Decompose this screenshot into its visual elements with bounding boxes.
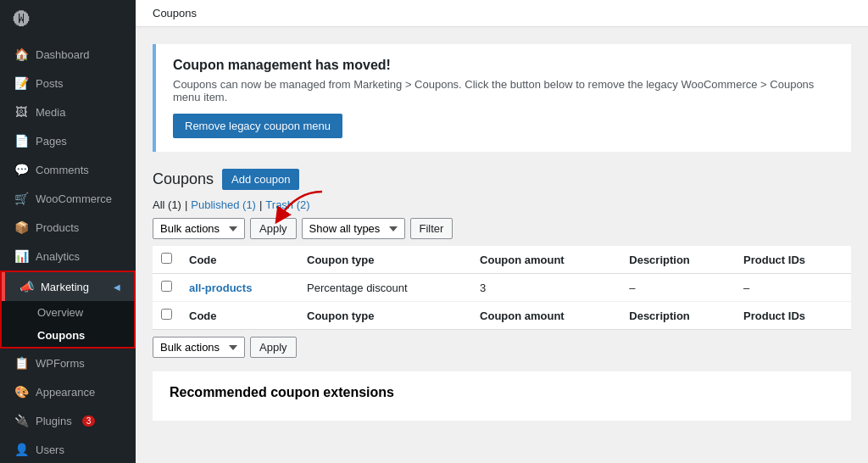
footer-coupon-type: Coupon type [298,302,471,330]
sidebar-item-label: Media [36,106,65,119]
sidebar-item-label: Appearance [36,386,95,399]
sidebar-item-label: Dashboard [36,48,90,61]
plugins-icon: 🔌 [14,413,29,428]
page-title: Coupons [153,7,197,20]
bulk-actions-select-top[interactable]: Bulk actions [153,218,245,239]
appearance-icon: 🎨 [14,384,29,399]
sidebar-item-label: WooCommerce [36,192,112,205]
footer-code: Code [181,302,298,330]
table-row: all-products Percentage discount 3 – – [153,274,851,302]
sidebar-item-label: Posts [36,77,64,90]
sidebar-item-analytics[interactable]: 📊 Analytics [0,242,136,271]
coupons-table: Code Coupon type Coupon amount Descripti… [153,246,851,330]
marketing-icon: 📣 [19,279,34,294]
select-all-footer-checkbox[interactable] [161,309,172,320]
wp-logo: 🅦 [0,0,136,40]
sidebar-sub-item-overview[interactable]: Overview [2,301,134,324]
products-icon: 📦 [14,220,29,235]
sidebar-item-label: Products [36,221,79,234]
sidebar-item-woocommerce[interactable]: 🛒 WooCommerce [0,184,136,213]
sidebar-item-appearance[interactable]: 🎨 Appearance [0,377,136,406]
chevron-icon: ◀ [114,282,120,292]
main-content: Coupons Coupon management has moved! Cou… [136,0,868,463]
row-product-ids: – [735,274,851,302]
header-checkbox-col [153,246,181,274]
sidebar-item-pages[interactable]: 📄 Pages [0,126,136,155]
sidebar-item-label: Pages [36,135,67,148]
footer-coupon-amount: Coupon amount [471,302,620,330]
sidebar: 🅦 🏠 Dashboard 📝 Posts 🖼 Media 📄 Pages 💬 … [0,0,136,463]
posts-icon: 📝 [14,75,29,91]
top-toolbar: Bulk actions Apply Show all types Filter [153,218,851,239]
sidebar-item-label: Analytics [36,250,80,263]
filter-tab-published[interactable]: Published (1) [191,198,256,211]
sidebar-item-dashboard[interactable]: 🏠 Dashboard [0,40,136,69]
wpforms-icon: 📋 [14,355,29,371]
topbar: Coupons [136,0,868,27]
analytics-icon: 📊 [14,248,29,264]
table-footer-row: Code Coupon type Coupon amount Descripti… [153,302,851,330]
pages-icon: 📄 [14,133,29,148]
row-checkbox[interactable] [161,281,172,292]
coupons-title: Coupons [153,170,214,188]
row-amount: 3 [471,274,620,302]
notice-heading: Coupon management has moved! [173,58,834,73]
wp-icon: 🅦 [14,10,31,30]
remove-legacy-menu-button[interactable]: Remove legacy coupon menu [173,114,342,138]
sidebar-item-plugins[interactable]: 🔌 Plugins 3 [0,406,136,435]
sidebar-sub-item-coupons[interactable]: Coupons [2,324,134,347]
sidebar-item-label: Plugins [36,415,72,427]
header-code: Code [181,246,298,274]
woo-icon: 🛒 [14,191,29,206]
footer-description: Description [620,302,735,330]
dashboard-icon: 🏠 [14,47,29,62]
row-code: all-products [181,274,298,302]
sidebar-item-products[interactable]: 📦 Products [0,213,136,242]
sidebar-item-marketing[interactable]: 📣 Marketing ◀ [2,272,134,301]
sidebar-item-label: Marketing [41,281,89,293]
content-area: Coupon management has moved! Coupons can… [136,27,868,463]
coupons-section-header: Coupons Add coupon [153,169,299,190]
filter-tab-trash[interactable]: Trash (2) [265,198,309,211]
notice-box: Coupon management has moved! Coupons can… [153,44,851,152]
sidebar-item-label: WPForms [36,357,85,370]
table-header-row: Code Coupon type Coupon amount Descripti… [153,246,851,274]
add-coupon-button[interactable]: Add coupon [222,169,299,190]
header-product-ids: Product IDs [735,246,851,274]
bottom-toolbar: Bulk actions Apply [153,337,851,358]
filter-tabs: All (1) | Published (1) | Trash (2) [153,198,851,211]
coupon-link[interactable]: all-products [189,282,252,294]
footer-checkbox-col [153,302,181,330]
header-description: Description [620,246,735,274]
plugins-badge: 3 [82,416,96,427]
sidebar-item-media[interactable]: 🖼 Media [0,98,136,126]
sidebar-item-comments[interactable]: 💬 Comments [0,155,136,184]
sidebar-item-wpforms[interactable]: 📋 WPForms [0,349,136,377]
header-coupon-type: Coupon type [298,246,471,274]
sidebar-item-posts[interactable]: 📝 Posts [0,69,136,98]
users-icon: 👤 [14,442,29,457]
header-coupon-amount: Coupon amount [471,246,620,274]
show-all-types-select[interactable]: Show all types [302,218,405,239]
select-all-checkbox[interactable] [161,253,172,264]
marketing-submenu: Overview Coupons [2,301,134,347]
apply-button-top[interactable]: Apply [250,218,297,239]
sidebar-item-label: Users [36,443,64,456]
recommended-section: Recommended coupon extensions [153,371,851,421]
row-checkbox-col [153,274,181,302]
sidebar-item-label: Comments [36,164,89,176]
notice-body: Coupons can now be managed from Marketin… [173,78,834,103]
sidebar-item-users[interactable]: 👤 Users [0,435,136,463]
apply-button-bottom[interactable]: Apply [250,337,297,358]
row-description: – [620,274,735,302]
recommended-title: Recommended coupon extensions [170,385,834,400]
filter-tab-all[interactable]: All (1) [153,198,181,211]
filter-button[interactable]: Filter [410,218,453,239]
comments-icon: 💬 [14,162,29,177]
bulk-actions-select-bottom[interactable]: Bulk actions [153,337,245,358]
row-type: Percentage discount [298,274,471,302]
footer-product-ids: Product IDs [735,302,851,330]
media-icon: 🖼 [14,104,29,120]
